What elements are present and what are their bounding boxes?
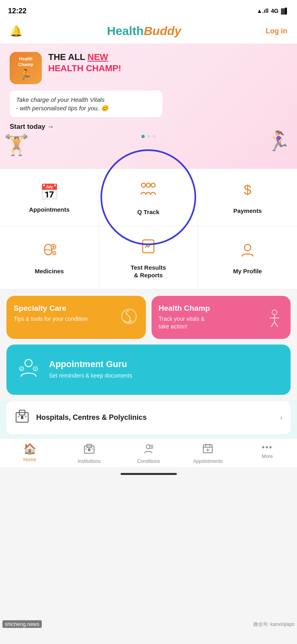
svg-rect-28 [25, 416, 27, 417]
banner: HealthChamp 🏃 THE ALL NEW HEALTH CHAMP! … [0, 44, 297, 169]
health-champ-card[interactable]: Health Champ Track your vitals &take act… [152, 296, 291, 339]
watermark-left: shicheng.news [2, 620, 42, 628]
figure-right: 🏃‍♀️ [266, 130, 291, 153]
appointment-guru-card[interactable]: ① 文 Appointment Guru Set reminders & kee… [6, 345, 291, 395]
badge-icon: 🏃 [20, 69, 32, 80]
my-profile-label: My Profile [233, 267, 262, 275]
nav-conditions[interactable]: Conditions [119, 443, 178, 464]
grid-item-test-results[interactable]: Test Results& Reports [99, 226, 198, 289]
logo-buddy: Buddy [144, 24, 181, 37]
bottom-nav: 🏠 Home Institutions Conditions [0, 438, 297, 467]
banner-inner: HealthChamp 🏃 THE ALL NEW HEALTH CHAMP! [10, 52, 287, 84]
dot-3 [153, 135, 156, 138]
specialty-care-card[interactable]: Specialty Care Tips & tools for your con… [6, 296, 146, 339]
svg-point-12 [244, 244, 251, 251]
battery-icon: ▓▌ [281, 8, 289, 14]
banner-subheadline: HEALTH CHAMP! [48, 63, 287, 74]
bell-icon[interactable]: 🔔 [10, 25, 23, 37]
appointments-nav-icon [202, 443, 213, 457]
home-nav-label: Home [23, 457, 36, 462]
more-nav-icon: ••• [262, 443, 273, 452]
svg-rect-31 [88, 448, 90, 451]
svg-point-0 [141, 183, 145, 187]
cards-section: Specialty Care Tips & tools for your con… [0, 289, 297, 401]
network-label: 4G [271, 8, 279, 14]
nav-more[interactable]: ••• More [238, 443, 297, 464]
test-results-label: Test Results& Reports [131, 264, 166, 279]
more-nav-label: More [262, 454, 272, 459]
specialty-care-icon [116, 305, 142, 335]
grid-item-appointments[interactable]: 📅 Appointments [0, 169, 99, 226]
svg-line-17 [271, 322, 274, 327]
home-nav-icon: 🏠 [23, 443, 36, 455]
appointments-icon: 📅 [40, 183, 59, 201]
payments-label: Payments [233, 207, 262, 215]
svg-text:①: ① [20, 367, 23, 371]
svg-line-18 [274, 322, 278, 327]
home-indicator [121, 473, 177, 475]
svg-rect-27 [18, 416, 19, 417]
login-button[interactable]: Log in [266, 27, 287, 35]
hospitals-label: Hospitals, Centres & Polyclinics [36, 413, 147, 422]
appointment-guru-text: Appointment Guru Set reminders & keep do… [49, 359, 283, 380]
my-profile-icon [239, 241, 256, 262]
app-header: 🔔 HealthBuddy Log in [0, 20, 297, 44]
svg-rect-26 [21, 416, 23, 419]
banner-title-area: THE ALL NEW HEALTH CHAMP! [48, 52, 287, 74]
banner-footer[interactable]: Start today → [10, 123, 287, 131]
nav-home[interactable]: 🏠 Home [0, 443, 59, 464]
svg-point-1 [146, 183, 150, 187]
svg-text:$: $ [244, 182, 251, 197]
appointments-label: Appointments [29, 206, 70, 214]
svg-rect-32 [85, 448, 87, 450]
dot-1 [141, 135, 145, 138]
appointment-guru-title: Appointment Guru [49, 359, 283, 369]
appointment-guru-icon-area: ① 文 [14, 353, 43, 386]
grid-menu: 📅 Appointments Q Track $ Payments [0, 169, 297, 289]
figure-left: 🏋️ [4, 133, 29, 157]
institutions-nav-icon [84, 443, 95, 457]
health-champ-badge[interactable]: HealthChamp 🏃 [10, 52, 42, 84]
cards-row-1: Specialty Care Tips & tools for your con… [6, 296, 291, 339]
health-champ-card-icon [262, 307, 287, 335]
banner-tagline: Take charge of your Health Vitals- with … [10, 91, 162, 117]
svg-point-2 [151, 183, 155, 187]
hospitals-section: Hospitals, Centres & Polyclinics › [0, 401, 297, 438]
qtrack-icon [139, 180, 158, 203]
hospitals-icon [14, 409, 30, 427]
logo-health: Health [107, 24, 144, 37]
app-logo: HealthBuddy [107, 24, 181, 38]
badge-text: HealthChamp [18, 56, 33, 68]
dot-2 [147, 135, 150, 138]
medicines-icon [41, 241, 58, 262]
hospitals-row[interactable]: Hospitals, Centres & Polyclinics › [6, 401, 291, 434]
status-icons: ▲.ıll 4G ▓▌ [257, 8, 289, 14]
conditions-nav-icon [143, 443, 154, 457]
hospitals-arrow: › [280, 413, 283, 422]
conditions-nav-label: Conditions [137, 458, 160, 464]
grid-item-medicines[interactable]: Medicines [0, 226, 99, 289]
appointments-nav-label: Appointments [193, 458, 223, 464]
svg-point-19 [25, 359, 32, 367]
status-time: 12:22 [8, 7, 27, 15]
grid-item-my-profile[interactable]: My Profile [198, 226, 297, 289]
svg-text:文: 文 [34, 367, 37, 371]
status-bar: 12:22 ▲.ıll 4G ▓▌ [0, 0, 297, 20]
payments-icon: $ [239, 182, 256, 202]
nav-appointments[interactable]: Appointments [178, 443, 238, 464]
carousel-dots [10, 135, 287, 138]
test-results-icon [139, 237, 157, 259]
institutions-nav-label: Institutions [78, 458, 100, 464]
banner-new: NEW [88, 52, 108, 62]
grid-item-qtrack[interactable]: Q Track [99, 169, 198, 226]
banner-headline: THE ALL NEW [48, 52, 287, 62]
grid-item-payments[interactable]: $ Payments [198, 169, 297, 226]
medicines-label: Medicines [35, 267, 64, 275]
signal-icon: ▲.ıll [257, 8, 268, 14]
appointment-guru-desc: Set reminders & keep documents [49, 372, 283, 380]
watermark-right: 微信号: kanxinjiapo [253, 621, 295, 628]
nav-institutions[interactable]: Institutions [59, 443, 119, 464]
svg-point-14 [272, 310, 277, 315]
svg-rect-33 [92, 448, 93, 450]
qtrack-label: Q Track [137, 208, 159, 216]
